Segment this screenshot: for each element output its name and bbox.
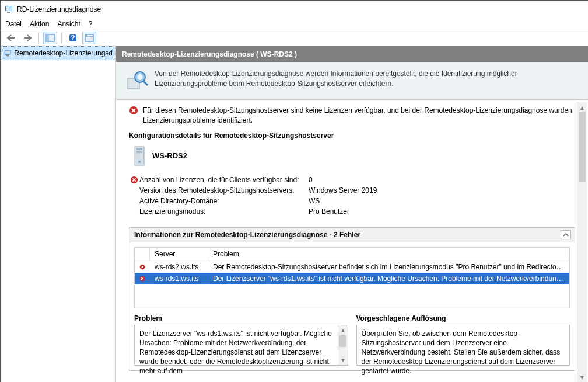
col-icon[interactable] [135,248,150,261]
resolution-textbox[interactable]: Überprüfen Sie, ob zwischen dem Remotede… [356,325,570,366]
toolbar-separator [38,32,39,44]
tree-item-root[interactable]: Remotedesktop-Lizenzierungsd [1,46,116,60]
main-area: Remotedesktop-Lizenzierungsd Remotedeskt… [1,46,588,382]
kv-value: Pro Benutzer [309,207,349,216]
grid-header: Server Problem [134,247,570,261]
menu-file[interactable]: Datei [5,20,22,28]
kv-value: WS [309,197,320,205]
properties-button[interactable] [82,32,96,44]
kv-label: Version des Remotedesktop-Sitzungshostse… [139,186,309,195]
svg-rect-22 [136,151,142,153]
error-icon [139,263,145,271]
resolution-text: Überprüfen Sie, ob zwischen dem Remotede… [362,329,561,376]
app-icon [4,5,13,14]
server-block: WS-RDS2 [132,145,575,166]
show-hide-tree-button[interactable] [43,32,57,44]
content-title: Remotedesktop-Lizenzierungsdiagnose ( WS… [122,50,297,58]
svg-rect-12 [6,55,9,57]
kv-domain: Active Directory-Domäne: WS [129,196,575,206]
license-alert: Für diesen Remotedesktop-Sitzungshostser… [129,106,575,126]
detail-split: Problem Der Lizenzserver "ws-rds1.ws.its… [134,314,570,366]
problem-heading: Problem [134,314,348,322]
kv-label: Lizenzierungsmodus: [139,207,309,216]
error-icon [139,275,145,283]
content-title-bar: Remotedesktop-Lizenzierungsdiagnose ( WS… [116,46,588,62]
diagnose-panel-header[interactable]: Informationen zur Remotedesktop-Lizenzie… [130,228,575,242]
kv-value: 0 [309,176,313,184]
kv-label: Anzahl von Lizenzen, die für Clients ver… [139,176,309,184]
forward-button[interactable] [20,32,34,44]
grid-body: ws-rds2.ws.its Der Remotedesktop-Sitzung… [134,261,570,308]
scroll-thumb[interactable] [340,335,346,347]
scroll-up-icon[interactable]: ▴ [338,325,348,335]
row-problem: Der Remotedesktop-Sitzungshostserver bef… [208,262,569,272]
table-row[interactable]: ws-rds1.ws.its Der Lizenzserver "ws-rds1… [135,273,569,284]
content-scrollbar[interactable]: ▴ ▾ [577,102,587,382]
scroll-up-icon[interactable]: ▴ [578,102,587,112]
nav-tree[interactable]: Remotedesktop-Lizenzierungsd [1,46,116,382]
server-name: WS-RDS2 [152,151,187,160]
panel-title-text: Informationen zur Remotedesktop-Lizenzie… [134,231,360,239]
window-title: RD-Lizenzierungsdiagnose [17,5,101,13]
menu-bar: Datei Aktion Ansicht ? [1,18,588,30]
row-server: ws-rds2.ws.its [150,262,208,272]
toolbar: ? [1,30,588,46]
help-button[interactable]: ? [66,32,80,44]
col-server[interactable]: Server [150,248,208,261]
kv-version: Version des Remotedesktop-Sitzungshostse… [129,185,575,196]
scrollbar[interactable]: ▴ ▾ [338,325,348,365]
toolbar-separator [61,32,62,44]
kv-label: Active Directory-Domäne: [139,197,309,205]
back-button[interactable] [4,32,18,44]
menu-help[interactable]: ? [89,20,93,28]
problem-text: Der Lizenzserver "ws-rds1.ws.its" ist ni… [139,329,332,376]
svg-rect-4 [46,34,49,41]
table-row[interactable]: ws-rds2.ws.its Der Remotedesktop-Sitzung… [135,261,569,273]
svg-text:?: ? [71,34,75,42]
svg-rect-2 [7,12,10,13]
collapse-button[interactable] [561,230,571,239]
svg-point-15 [137,74,143,80]
diagnose-grid: Server Problem ws-rds2.ws.its Der Remote… [130,242,575,370]
alert-text: Für diesen Remotedesktop-Sitzungshostser… [143,106,575,126]
row-server: ws-rds1.ws.its [150,273,208,284]
window-titlebar: RD-Lizenzierungsdiagnose [1,1,588,18]
info-banner: Von der Remotedesktop-Lizenzierungsdiagn… [116,62,588,100]
svg-rect-21 [136,148,142,150]
kv-value: Windows Server 2019 [309,186,377,195]
tree-item-label: Remotedesktop-Lizenzierungsd [14,49,113,57]
banner-text: Von der Remotedesktop-Lizenzierungsdiagn… [155,69,579,89]
menu-action[interactable]: Aktion [30,20,49,28]
error-icon [130,176,138,184]
error-icon [129,106,138,115]
row-problem: Der Lizenzserver "ws-rds1.ws.its" ist ni… [208,273,569,284]
svg-rect-9 [86,35,88,36]
col-problem[interactable]: Problem [208,248,569,261]
svg-rect-1 [6,6,12,11]
config-section-title: Konfigurationsdetails für Remotedesktop-… [129,131,575,140]
diagnose-icon [4,48,12,58]
magnifier-icon [125,69,149,92]
kv-licenses: Anzahl von Lizenzen, die für Clients ver… [129,175,575,185]
svg-rect-11 [5,51,10,54]
diagnose-panel: Informationen zur Remotedesktop-Lizenzie… [129,227,575,371]
scroll-thumb[interactable] [579,112,586,182]
svg-line-16 [144,81,148,85]
details-scroll: Für diesen Remotedesktop-Sitzungshostser… [116,100,588,382]
resolution-column: Vorgeschlagene Auflösung Überprüfen Sie,… [356,314,570,366]
problem-column: Problem Der Lizenzserver "ws-rds1.ws.its… [134,314,348,366]
kv-mode: Lizenzierungsmodus: Pro Benutzer [129,206,575,217]
resolution-heading: Vorgeschlagene Auflösung [356,314,570,322]
menu-view[interactable]: Ansicht [57,20,80,28]
scroll-down-icon[interactable]: ▾ [578,372,587,382]
svg-point-23 [138,161,141,163]
problem-textbox[interactable]: Der Lizenzserver "ws-rds1.ws.its" ist ni… [134,325,348,366]
server-icon [132,145,146,166]
content-pane: Remotedesktop-Lizenzierungsdiagnose ( WS… [116,46,588,382]
scroll-down-icon[interactable]: ▾ [338,355,348,365]
